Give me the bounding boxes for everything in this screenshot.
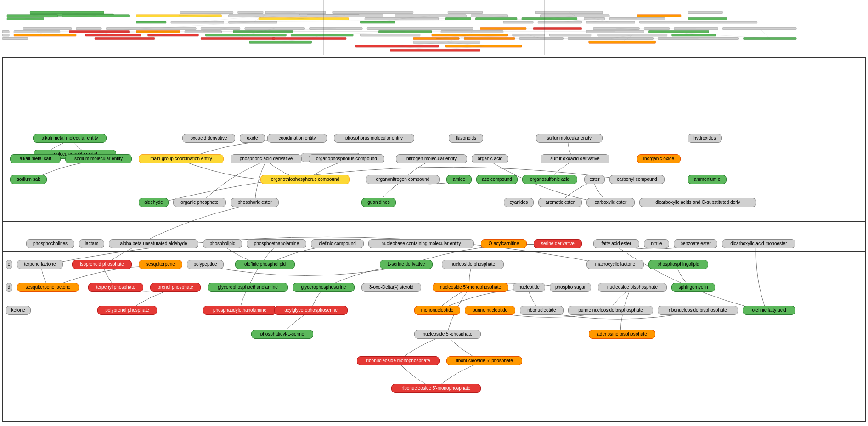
epene[interactable]: e — [6, 260, 12, 269]
phospho-sugar[interactable]: phospho sugar — [550, 283, 591, 292]
cyanides[interactable]: cyanides — [504, 198, 534, 207]
phosphosphingolipid[interactable]: phosphosphingolipid — [648, 260, 708, 269]
phosphocholines[interactable]: phosphocholines — [26, 239, 74, 248]
carbonyl-compound[interactable]: carbonyl compound — [609, 175, 665, 184]
alpha-beta-unsat-ald[interactable]: alpha,beta-unsaturated aldehyde — [109, 239, 198, 248]
olefinic-phospholipid[interactable]: olefinic phospholipid — [235, 260, 295, 269]
hydroxides[interactable]: hydroxides — [688, 134, 722, 143]
nucleoside-bisphosphate[interactable]: nucleoside bisphosphate — [598, 283, 667, 292]
minimap — [0, 0, 868, 55]
ribonucleoside-5-phosphate[interactable]: ribonucleoside 5'-phosphate — [446, 356, 522, 365]
phosphoethanolamine[interactable]: phosphoethanolamine — [247, 239, 306, 248]
organosulfonic-acid[interactable]: organosulfonic acid — [522, 175, 577, 184]
glycerophosphoethanolamine[interactable]: glycerophosphoethanolamine — [208, 283, 288, 292]
glycerophosphoserine[interactable]: glycerophosphoserine — [293, 283, 355, 292]
sodium-salt[interactable]: sodium salt — [10, 175, 47, 184]
dicarboxylic-acids[interactable]: dicarboxylic acids and O-substituted der… — [639, 198, 756, 207]
aromatic-ester[interactable]: aromatic ester — [538, 198, 582, 207]
purine-nucleotide[interactable]: purine nucleotide — [465, 306, 515, 315]
carboxylic-ester[interactable]: carboxylic ester — [586, 198, 635, 207]
azo-compound[interactable]: azo compound — [476, 175, 518, 184]
nucleoside-5mono[interactable]: nucleoside 5'-monophosphate — [433, 283, 508, 292]
sesquiterpene-lactone[interactable]: sesquiterpene lactone — [17, 283, 79, 292]
d[interactable]: d — [6, 283, 12, 292]
organophosphorus[interactable]: organophosphorus compound — [309, 154, 384, 163]
nucleoside-phosphate[interactable]: nucleoside phosphate — [442, 260, 504, 269]
organothiophosphorus[interactable]: organothiophosphorus compound — [260, 175, 350, 184]
sulfur-oxoacid[interactable]: sulfur oxoacid derivative — [541, 154, 609, 163]
phosphoric-acid-deriv[interactable]: phosphoric acid derivative — [231, 154, 302, 163]
main-graph[interactable]: molecular entity metalcoordination entit… — [2, 57, 866, 422]
coord-entity2[interactable]: coordination entity — [267, 134, 327, 143]
ester[interactable]: ester — [584, 175, 605, 184]
polypeptide[interactable]: polypeptide — [187, 260, 224, 269]
phosphatidylethanolamine[interactable]: phosphatidylethanolamine — [203, 306, 276, 315]
flavonoids[interactable]: flavonoids — [449, 134, 483, 143]
inorganic-oxide[interactable]: inorganic oxide — [637, 154, 681, 163]
fatty-acid-ester[interactable]: fatty acid ester — [593, 239, 639, 248]
nucleoside-5-phosphate[interactable]: nucleoside 5'-phosphate — [414, 330, 481, 339]
olefinic-fatty-acid[interactable]: olefinic fatty acid — [743, 306, 795, 315]
graph-divider — [3, 221, 865, 222]
phosphorus-mol[interactable]: phosphorus molecular entity — [334, 134, 414, 143]
phosphoric-ester[interactable]: phosphoric ester — [231, 198, 279, 207]
ribonucleoside-5-monophosphate[interactable]: ribonucleoside 5'-monophosphate — [391, 384, 481, 393]
alkali-metal-salt[interactable]: alkali metal salt — [10, 154, 61, 163]
amide[interactable]: amide — [446, 175, 472, 184]
organonitrogen[interactable]: organonitrogen compound — [366, 175, 440, 184]
purine-nucleoside-bisphosphate[interactable]: purine nucleoside bisphosphate — [568, 306, 653, 315]
3-oxo-delta4[interactable]: 3-oxo-Delta(4) steroid — [361, 283, 421, 292]
l-serine-derivative[interactable]: L-serine derivative — [380, 260, 433, 269]
sesquiterpene[interactable]: sesquiterpene — [139, 260, 182, 269]
nucleotide[interactable]: nucleotide — [513, 283, 545, 292]
ammonium-c[interactable]: ammonium c — [688, 175, 727, 184]
graph-divider — [3, 251, 865, 252]
terpene-lactone[interactable]: terpene lactone — [17, 260, 63, 269]
olefinic-compound[interactable]: olefinic compound — [311, 239, 364, 248]
sphingomyelin[interactable]: sphingomyelin — [671, 283, 715, 292]
alkali-metal-molecular-entity2[interactable]: alkali metal molecular entity — [33, 134, 107, 143]
ribonucleoside-monophosphate[interactable]: ribonucleoside monophosphate — [357, 356, 440, 365]
adenosine-bisphosphate[interactable]: adenosine bisphosphate — [589, 330, 655, 339]
dicarboxylic-acid-mono[interactable]: dicarboxylic acid monoester — [722, 239, 795, 248]
organic-phosphate[interactable]: organic phosphate — [173, 198, 226, 207]
nitrogen-mol[interactable]: nitrogen molecular entity — [396, 154, 467, 163]
macrocyclic-lactone[interactable]: macrocyclic lactone — [586, 260, 644, 269]
sodium-mol[interactable]: sodium molecular entity — [65, 154, 132, 163]
polyprenol-phosphate[interactable]: polyprenol phosphate — [97, 306, 157, 315]
oxide[interactable]: oxide — [240, 134, 265, 143]
phospholipid[interactable]: phospholipid — [203, 239, 242, 248]
o-acylcarnitine[interactable]: O-acylcarnitine — [481, 239, 527, 248]
ribonucleoside-bisphosphate[interactable]: ribonucleoside bisphosphate — [658, 306, 738, 315]
oxoacid-derivative[interactable]: oxoacid derivative — [182, 134, 235, 143]
phosphatidyl-l-serine[interactable]: phosphatidyl-L-serine — [251, 330, 313, 339]
ribonucleotide[interactable]: ribonucleotide — [520, 306, 564, 315]
acylglycerophosphoserine[interactable]: acylglycerophosphoserine — [274, 306, 348, 315]
lactam[interactable]: lactam — [79, 239, 104, 248]
nucleobase-mol[interactable]: nucleobase-containing molecular entity — [368, 239, 474, 248]
nitrile[interactable]: nitrile — [644, 239, 669, 248]
sulfur-mol[interactable]: sulfur molecular entity — [536, 134, 603, 143]
aldehyde[interactable]: aldehyde — [139, 198, 169, 207]
benzoate-ester[interactable]: benzoate ester — [674, 239, 717, 248]
ketone[interactable]: ketone — [6, 306, 31, 315]
guanidines[interactable]: guanidines — [361, 198, 396, 207]
terpenyl-phosphate[interactable]: terpenyl phosphate — [88, 283, 143, 292]
isoprenoid-phosphate[interactable]: isoprenoid phosphate — [72, 260, 132, 269]
main-group-coord[interactable]: main-group coordination entity — [139, 154, 224, 163]
organic-acid[interactable]: organic acid — [472, 154, 508, 163]
mononucleotide[interactable]: mononucleotide — [414, 306, 460, 315]
serine-derivative[interactable]: serine derivative — [534, 239, 582, 248]
prenol-phosphate[interactable]: prenol phosphate — [150, 283, 201, 292]
